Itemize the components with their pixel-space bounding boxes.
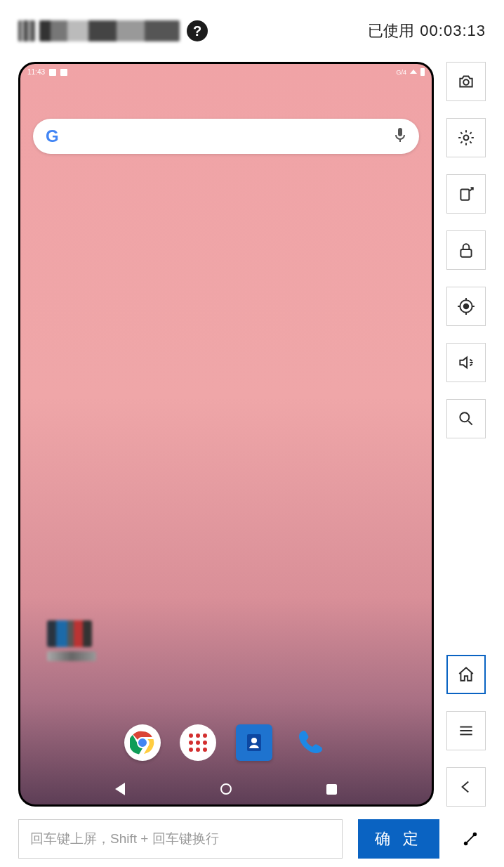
svg-rect-9: [460, 190, 469, 200]
sidebar-bottom-group: [446, 638, 486, 807]
svg-rect-10: [460, 249, 471, 257]
status-notif-icon: [60, 69, 67, 76]
expand-icon: [463, 831, 478, 847]
menu-button[interactable]: [446, 711, 486, 750]
sidebar-top-group: [446, 62, 486, 455]
settings-button[interactable]: [446, 118, 486, 157]
screenshot-button[interactable]: [446, 62, 486, 101]
gear-icon: [457, 129, 475, 147]
nav-recent-icon[interactable]: [326, 784, 337, 795]
lock-icon: [457, 241, 475, 259]
submit-button[interactable]: 确 定: [358, 819, 439, 859]
locate-button[interactable]: [446, 287, 486, 326]
header-censored-1: [18, 20, 35, 41]
android-statusbar: 11:43 G/4: [20, 64, 432, 78]
header-left: ?: [18, 20, 208, 41]
usage-time: 00:03:13: [420, 22, 486, 40]
svg-point-18: [474, 833, 477, 836]
app-drawer-icon[interactable]: [180, 724, 216, 761]
svg-line-19: [467, 835, 474, 842]
main-area: 11:43 G/4 G: [18, 62, 486, 807]
phone-app-icon[interactable]: [291, 724, 328, 761]
svg-point-11: [464, 304, 469, 309]
status-network-icon: G/4: [396, 69, 406, 76]
status-time: 11:43: [27, 68, 45, 76]
widget-censored-label: [47, 651, 96, 661]
usage-label: 已使用: [368, 20, 414, 41]
search-button[interactable]: [446, 399, 486, 438]
sidebar: [446, 62, 486, 807]
rotate-icon: [457, 185, 475, 203]
chrome-app-icon[interactable]: [124, 724, 161, 761]
lock-button[interactable]: [446, 230, 486, 270]
contacts-app-icon[interactable]: [236, 724, 272, 761]
search-icon: [457, 410, 475, 428]
header-bar: ? 已使用 00:03:13: [0, 0, 504, 62]
expand-button[interactable]: [455, 819, 486, 859]
text-input[interactable]: [18, 819, 343, 859]
google-search-bar[interactable]: G: [33, 119, 419, 154]
nav-home-icon[interactable]: [220, 783, 232, 795]
bottom-bar: 确 定: [18, 819, 486, 859]
status-notif-icon: [49, 69, 56, 76]
microphone-icon[interactable]: [394, 126, 406, 146]
svg-rect-0: [398, 128, 402, 136]
android-navbar: [20, 774, 432, 804]
home-button[interactable]: [446, 655, 486, 694]
rotate-button[interactable]: [446, 174, 486, 214]
back-button[interactable]: [446, 767, 486, 807]
menu-icon: [457, 722, 475, 740]
status-battery-icon: [420, 68, 425, 76]
home-icon: [457, 665, 475, 684]
svg-point-7: [463, 79, 469, 85]
nav-back-icon[interactable]: [115, 783, 125, 795]
help-icon[interactable]: ?: [187, 20, 208, 41]
volume-button[interactable]: [446, 343, 486, 382]
usage-display: 已使用 00:03:13: [368, 20, 486, 41]
camera-icon: [457, 72, 475, 91]
back-icon: [457, 778, 475, 796]
home-widget[interactable]: [47, 620, 103, 671]
svg-point-17: [465, 842, 467, 845]
svg-point-8: [464, 136, 469, 141]
volume-icon: [457, 353, 475, 372]
locate-icon: [457, 297, 475, 315]
svg-point-6: [251, 738, 257, 743]
google-logo-icon: G: [46, 126, 59, 146]
app-dock: [20, 720, 432, 765]
status-wifi-icon: [409, 69, 418, 76]
header-censored-2: [39, 20, 180, 41]
widget-censored-icon: [47, 620, 92, 647]
device-frame[interactable]: 11:43 G/4 G: [18, 62, 434, 807]
svg-point-13: [460, 412, 469, 422]
